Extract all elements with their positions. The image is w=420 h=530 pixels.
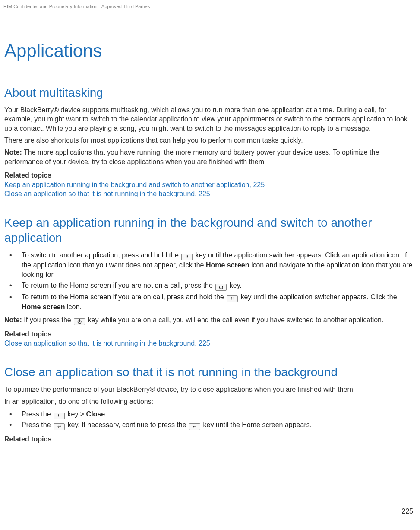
related-topics-heading: Related topics bbox=[4, 330, 416, 339]
menu-key-icon: ⁞⁞ bbox=[181, 254, 193, 260]
close-app-p2: In an application, do one of the followi… bbox=[4, 397, 416, 406]
back-key-icon: ↩ bbox=[54, 423, 65, 430]
page-content: Applications About multitasking Your Bla… bbox=[4, 39, 416, 444]
related-topics-heading: Related topics bbox=[4, 171, 416, 180]
confidential-header: RIM Confidential and Proprietary Informa… bbox=[3, 3, 150, 10]
list-item: Press the ⁞⁞ key > Close. bbox=[16, 409, 416, 419]
about-paragraph-2: There are also shortcuts for most applic… bbox=[4, 136, 416, 145]
list-item: To return to the Home screen if you are … bbox=[16, 292, 416, 312]
keep-app-note: Note: If you press the ⏻ key while you a… bbox=[4, 315, 416, 325]
related-topics-heading: Related topics bbox=[4, 435, 416, 444]
link-close-app-2[interactable]: Close an application so that it is not r… bbox=[4, 339, 416, 348]
close-app-p1: To optimize the performance of your Blac… bbox=[4, 385, 416, 394]
page-number: 225 bbox=[401, 507, 413, 516]
end-key-icon: ⏻ bbox=[74, 318, 85, 325]
about-paragraph-1: Your BlackBerry® device supports multita… bbox=[4, 105, 416, 133]
page-title: Applications bbox=[4, 39, 416, 63]
back-key-icon: ↩ bbox=[189, 423, 200, 430]
section-close-app-title: Close an application so that it is not r… bbox=[4, 365, 416, 380]
end-key-icon: ⏻ bbox=[215, 284, 227, 291]
close-app-bullets: Press the ⁞⁞ key > Close. Press the ↩ ke… bbox=[4, 409, 416, 430]
menu-key-icon: ⁞⁞ bbox=[227, 295, 238, 302]
note-label: Note: bbox=[4, 316, 22, 324]
list-item: Press the ↩ key. If necessary, continue … bbox=[16, 420, 416, 430]
note-text: The more applications that you have runn… bbox=[4, 149, 379, 165]
section-about-multitasking-title: About multitasking bbox=[4, 85, 416, 100]
link-close-app[interactable]: Close an application so that it is not r… bbox=[4, 189, 416, 199]
about-note: Note: The more applications that you hav… bbox=[4, 148, 416, 166]
link-keep-app-running[interactable]: Keep an application running in the backg… bbox=[4, 180, 416, 190]
list-item: To switch to another application, press … bbox=[16, 251, 416, 279]
list-item: To return to the Home screen if you are … bbox=[16, 281, 416, 291]
keep-app-bullets: To switch to another application, press … bbox=[4, 251, 416, 312]
note-label: Note: bbox=[4, 149, 22, 156]
section-keep-app-title: Keep an application running in the backg… bbox=[4, 215, 416, 245]
menu-key-icon: ⁞⁞ bbox=[54, 413, 65, 419]
